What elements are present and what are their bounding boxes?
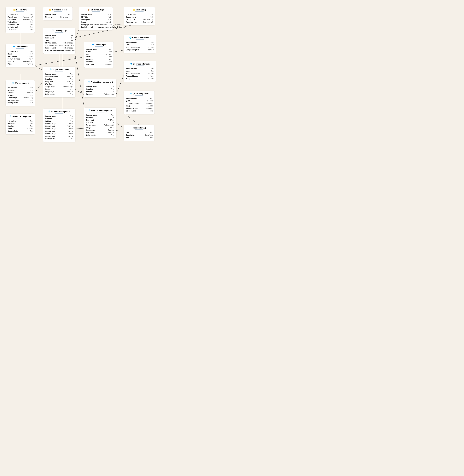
field-type: Text — [149, 110, 153, 112]
card-divider-business_info_topic — [136, 66, 144, 66]
card-title-person_topic: 💠Person topic — [86, 43, 112, 46]
field-name: Name — [126, 44, 130, 46]
field-row: SublineText — [86, 90, 114, 93]
field-row: Target pageReference (1) — [8, 96, 33, 99]
field-row: Internal nameText — [8, 86, 33, 89]
field-name: Headline — [8, 89, 15, 91]
field-row: Color paletteText — [8, 130, 33, 132]
field-row: Long descriptionRichText — [126, 49, 154, 51]
field-row: PriceNumber — [8, 63, 33, 65]
field-name: Body — [126, 78, 130, 80]
field-name: Internal name — [45, 115, 56, 117]
field-name: Menu Items — [45, 16, 54, 18]
card-product_topic: 💠Product topicInternal nameTextNameTextD… — [6, 44, 35, 67]
card-divider-asset_internal — [135, 129, 143, 130]
card-divider-landing_page — [55, 32, 63, 33]
field-type: Text — [111, 134, 114, 136]
field-name: Top section (optional) — [45, 44, 62, 46]
card-icon-product_feature_topic: 💠 — [129, 37, 132, 39]
field-row: Short descriptionRichText — [126, 46, 154, 49]
field-row: SublineRichText — [8, 92, 33, 94]
field-name: Image style — [86, 129, 95, 131]
field-name: Linkedin Link — [8, 26, 18, 28]
field-row: Group nameText — [126, 16, 153, 18]
card-title-text-footer_menu: Footer Menu — [16, 9, 27, 11]
card-icon-footer_menu: 🗂️ — [13, 9, 16, 11]
field-row: Block 3 bodyRichText — [45, 135, 73, 138]
svg-line-10 — [116, 75, 124, 95]
field-name: Body text — [86, 119, 94, 121]
field-type: Text — [70, 78, 73, 80]
field-type: Text — [150, 16, 153, 18]
field-name: Color palette — [8, 102, 18, 104]
field-row: Featured imageAsset — [126, 75, 154, 77]
card-quote_component: 💎Quote componentInternal nameTextQuoteRi… — [124, 91, 155, 114]
field-name: Short description — [126, 46, 140, 48]
field-row: Internal nameText — [86, 48, 112, 51]
field-row: HeadlineText — [8, 89, 33, 92]
field-row: Internal nameText — [45, 73, 73, 75]
field-type: RichText — [147, 46, 154, 48]
field-row: Block 2 imageAsset — [45, 127, 73, 130]
card-icon-landing_page: 📄 — [52, 29, 54, 32]
card-product_feature_topic: 💠Product feature topicInternal nameTextN… — [124, 35, 156, 53]
card-title-text-duplex_component: Duplex component — [53, 68, 69, 70]
field-row: ImageAsset — [126, 105, 153, 107]
card-title-text-hero_banner_component: Hero banner component — [91, 109, 112, 112]
field-type: RichText — [27, 92, 33, 94]
field-name: Headline — [8, 123, 15, 124]
field-row: Color paletteText — [45, 138, 73, 140]
diagram-canvas: 🗂️Footer MenuInternal nameTextMenu Items… — [3, 3, 164, 153]
field-name: URL parameters — [8, 99, 20, 101]
card-title-navigation_menu: 🗂️Navigation Menu — [45, 9, 70, 11]
card-divider-product_topic — [16, 48, 24, 49]
field-type: Boolean — [146, 102, 153, 104]
field-name: Internal Name — [45, 13, 56, 15]
field-name: Internal name — [8, 120, 19, 122]
field-row: AvatarAsset — [86, 56, 112, 58]
field-row: CTA textText — [8, 94, 33, 96]
field-row: FileFile — [126, 136, 153, 139]
field-type: Text — [111, 86, 114, 88]
field-name: Block 1 image — [45, 123, 57, 125]
field-type: Text — [30, 24, 33, 26]
card-title-text-product_feature_topic: Product feature topic — [132, 37, 151, 39]
field-type: RichText — [146, 100, 153, 102]
field-row: Featured pagesReference (n) — [126, 21, 153, 23]
field-type: Reference (1) — [63, 42, 73, 44]
field-type: RichText — [67, 135, 73, 137]
field-type: RichText — [67, 81, 73, 83]
field-type: Boolean — [67, 91, 73, 93]
field-row: Legal linksReference (n) — [8, 18, 33, 21]
field-name: Page name — [45, 37, 54, 39]
field-type: Reference (n) — [104, 93, 114, 95]
field-type: RichText — [27, 128, 33, 130]
card-title-menu_group: 🗂️Menu Group — [126, 9, 153, 11]
field-row: HeadlineText — [86, 88, 114, 90]
field-row: BodyRichText — [8, 127, 33, 130]
field-row: Internal nameText — [126, 41, 154, 44]
field-type: Text — [30, 94, 33, 96]
field-row: Color paletteText — [126, 110, 153, 112]
field-type: Reference (1) — [143, 19, 153, 20]
card-text_block_component: 💎Text block componentInternal nameTextHe… — [6, 114, 35, 134]
field-type: Text — [30, 123, 33, 124]
field-type: Text — [30, 99, 33, 101]
card-divider-footer_menu — [16, 11, 24, 12]
field-name: Card style — [86, 63, 94, 65]
card-title-product_table_component: 💎Product table component — [86, 81, 114, 83]
card-title-text-product_table_component: Product table component — [91, 81, 113, 83]
card-title-text-business_info_topic: Business info topic — [133, 63, 150, 65]
card-icon-navigation_menu: 🗂️ — [49, 9, 51, 11]
card-hero_banner_component: 💎Hero banner componentInternal nameTextH… — [84, 108, 116, 138]
field-row: Target pageReference (1) — [86, 124, 114, 126]
svg-line-12 — [124, 113, 139, 125]
card-title-footer_menu: 🗂️Footer Menu — [8, 9, 33, 11]
field-row: Color paletteText — [8, 102, 33, 104]
card-product_table_component: 💎Product table componentInternal nameTex… — [84, 79, 116, 97]
card-icon-business_info_topic: 💠 — [130, 63, 132, 65]
field-row: QuoteRichText — [126, 100, 153, 102]
field-name: Headline — [45, 118, 52, 120]
card-title-landing_page: 📄Landing page — [45, 29, 73, 32]
field-type: Text — [30, 50, 33, 52]
